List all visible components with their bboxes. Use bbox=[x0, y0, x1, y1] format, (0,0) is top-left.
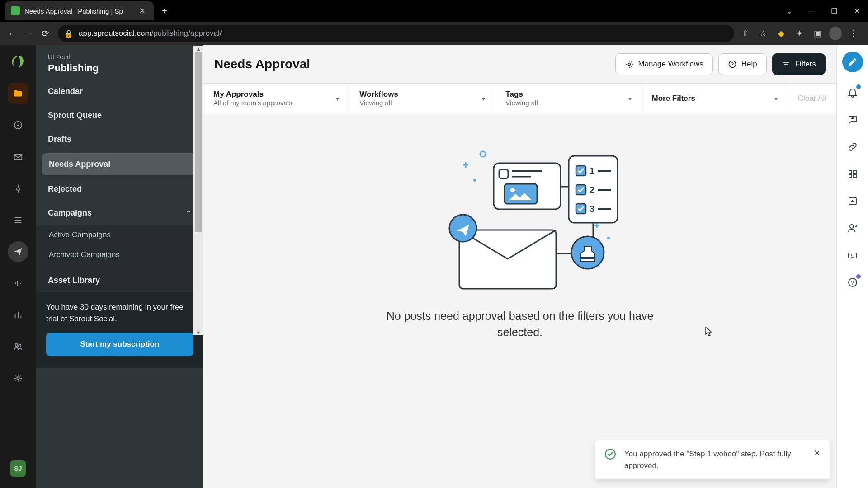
toast-close-button[interactable]: ✕ bbox=[814, 448, 821, 471]
help-button[interactable]: ? Help bbox=[718, 53, 767, 75]
chevron-up-icon: ⌃ bbox=[186, 209, 192, 217]
right-utility-rail: ? bbox=[836, 45, 868, 488]
help-icon: ? bbox=[728, 60, 737, 69]
svg-rect-15 bbox=[505, 184, 537, 204]
sprout-logo-icon[interactable] bbox=[9, 54, 27, 72]
profile-avatar[interactable] bbox=[829, 27, 842, 40]
keyboard-icon[interactable] bbox=[846, 249, 859, 262]
tab-favicon-icon bbox=[11, 6, 20, 15]
nav-compass-icon[interactable] bbox=[8, 115, 28, 136]
clear-all-filters-button[interactable]: Clear All bbox=[788, 84, 836, 113]
browser-tab[interactable]: Needs Approval | Publishing | Sp ✕ bbox=[5, 1, 154, 20]
filter-label: My Approvals bbox=[213, 90, 336, 99]
side-panel-icon[interactable]: ▣ bbox=[811, 27, 824, 40]
compose-button[interactable] bbox=[842, 52, 863, 72]
empty-state-illustration: 1 2 3 bbox=[416, 145, 624, 290]
help-circle-icon[interactable]: ? bbox=[846, 276, 859, 289]
breadcrumb[interactable]: UI Feed bbox=[48, 53, 192, 61]
nav-list-icon[interactable] bbox=[8, 210, 28, 230]
extensions-puzzle-icon[interactable]: ✦ bbox=[793, 27, 806, 40]
sidebar-item-sprout-queue[interactable]: Sprout Queue bbox=[36, 103, 203, 127]
sidebar-item-drafts[interactable]: Drafts bbox=[36, 127, 203, 151]
filter-icon bbox=[782, 60, 791, 69]
sidebar-item-active-campaigns[interactable]: Active Campaigns bbox=[36, 225, 203, 245]
notifications-icon[interactable] bbox=[846, 86, 859, 99]
add-panel-icon[interactable] bbox=[846, 194, 859, 208]
svg-rect-35 bbox=[854, 170, 856, 173]
link-icon[interactable] bbox=[846, 140, 859, 154]
share-icon[interactable]: ⇧ bbox=[739, 27, 751, 40]
feedback-icon[interactable] bbox=[846, 113, 859, 127]
reload-button[interactable]: ⟳ bbox=[37, 25, 53, 42]
bookmark-star-icon[interactable]: ☆ bbox=[757, 27, 769, 40]
sidebar-item-calendar[interactable]: Calendar bbox=[36, 80, 203, 103]
notification-badge bbox=[856, 84, 861, 89]
nav-reports-icon[interactable] bbox=[8, 305, 28, 325]
gear-icon bbox=[625, 60, 634, 69]
nav-settings-icon[interactable] bbox=[8, 368, 28, 389]
svg-text:?: ? bbox=[731, 61, 734, 67]
filter-label: More Filters bbox=[652, 94, 774, 103]
chevron-down-icon: ▾ bbox=[774, 95, 778, 102]
svg-point-10 bbox=[607, 237, 610, 239]
nav-folder-icon[interactable] bbox=[8, 83, 28, 104]
svg-text:1: 1 bbox=[590, 166, 594, 176]
nav-pin-icon[interactable] bbox=[8, 178, 28, 199]
empty-state-message: No posts need approval based on the filt… bbox=[380, 308, 660, 341]
sidebar-section-title: Publishing bbox=[48, 62, 192, 74]
window-maximize-button[interactable]: ☐ bbox=[823, 2, 845, 20]
user-avatar[interactable]: SJ bbox=[10, 460, 26, 477]
add-user-icon[interactable] bbox=[846, 221, 859, 235]
filter-sublabel: Viewing all bbox=[505, 99, 628, 107]
global-nav-rail: SJ bbox=[0, 45, 36, 488]
svg-rect-37 bbox=[854, 175, 856, 178]
filter-sublabel: All of my team's approvals bbox=[213, 99, 336, 107]
svg-text:2: 2 bbox=[590, 185, 594, 195]
filter-label: Workflows bbox=[359, 90, 482, 99]
chevron-down-icon[interactable]: ⌄ bbox=[778, 2, 800, 20]
svg-point-8 bbox=[480, 151, 486, 157]
svg-point-3 bbox=[19, 344, 21, 347]
button-label: Manage Workflows bbox=[638, 60, 703, 69]
nav-people-icon[interactable] bbox=[8, 336, 28, 357]
sidebar-item-archived-campaigns[interactable]: Archived Campaigns bbox=[36, 245, 203, 265]
filters-button[interactable]: Filters bbox=[772, 53, 826, 75]
svg-point-1 bbox=[17, 124, 19, 126]
filter-sublabel: Viewing all bbox=[359, 99, 482, 107]
nav-listening-icon[interactable] bbox=[8, 273, 28, 294]
filter-my-approvals[interactable]: My Approvals All of my team's approvals … bbox=[203, 84, 349, 113]
svg-point-2 bbox=[15, 344, 18, 347]
filter-workflows[interactable]: Workflows Viewing all ▾ bbox=[349, 84, 495, 113]
publishing-sidebar: UI Feed Publishing Calendar Sprout Queue… bbox=[36, 45, 203, 488]
filter-label: Tags bbox=[505, 90, 628, 99]
start-subscription-button[interactable]: Start my subscription bbox=[46, 333, 193, 356]
button-label: Filters bbox=[795, 60, 816, 69]
sidebar-item-rejected[interactable]: Rejected bbox=[36, 177, 203, 201]
svg-rect-36 bbox=[849, 175, 852, 178]
filter-tags[interactable]: Tags Viewing all ▾ bbox=[495, 84, 642, 113]
forward-button[interactable]: → bbox=[21, 25, 37, 42]
filter-more[interactable]: More Filters ▾ bbox=[642, 84, 788, 113]
main-content: Needs Approval Manage Workflows ? Help F… bbox=[203, 45, 836, 488]
kebab-menu-icon[interactable]: ⋮ bbox=[847, 27, 860, 40]
window-close-button[interactable]: ✕ bbox=[845, 2, 868, 20]
sidebar-item-needs-approval[interactable]: Needs Approval bbox=[42, 153, 198, 175]
manage-workflows-button[interactable]: Manage Workflows bbox=[615, 53, 713, 75]
sidebar-item-asset-library[interactable]: Asset Library bbox=[36, 268, 203, 292]
address-bar[interactable]: 🔒 app.sproutsocial.com/publishing/approv… bbox=[58, 25, 734, 42]
svg-point-39 bbox=[850, 225, 854, 228]
close-tab-icon[interactable]: ✕ bbox=[137, 6, 147, 16]
sidebar-scrollbar[interactable]: ▲ ▼ bbox=[193, 46, 203, 335]
nav-publishing-icon[interactable] bbox=[8, 241, 28, 262]
svg-point-9 bbox=[473, 179, 476, 182]
nav-inbox-icon[interactable] bbox=[8, 146, 28, 167]
back-button[interactable]: ← bbox=[5, 25, 21, 42]
window-minimize-button[interactable]: ― bbox=[800, 2, 823, 20]
lock-icon: 🔒 bbox=[64, 29, 73, 38]
svg-point-4 bbox=[17, 377, 19, 380]
new-tab-button[interactable]: + bbox=[154, 6, 175, 16]
apps-grid-icon[interactable] bbox=[846, 167, 859, 181]
extension-icon[interactable]: ◆ bbox=[775, 27, 788, 40]
svg-point-5 bbox=[628, 63, 630, 66]
sidebar-item-campaigns[interactable]: Campaigns ⌃ bbox=[36, 201, 203, 225]
